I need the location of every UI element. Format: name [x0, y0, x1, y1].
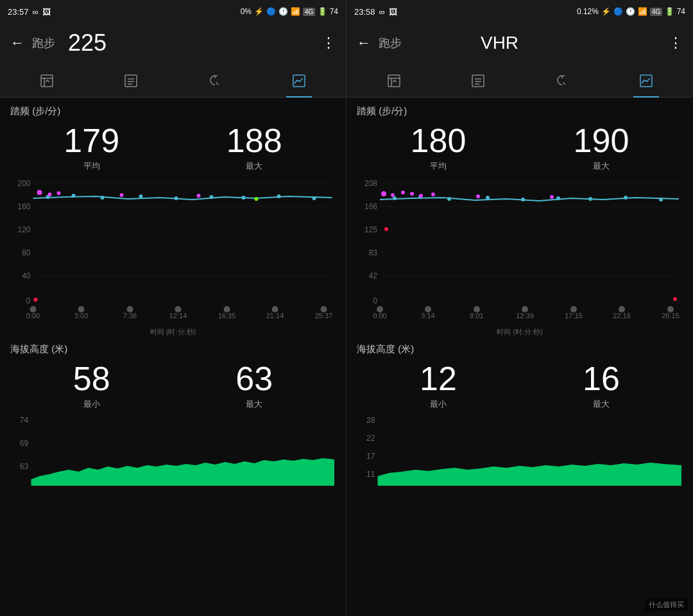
- svg-text:160: 160: [17, 202, 30, 211]
- svg-point-29: [72, 194, 76, 198]
- svg-text:0: 0: [26, 296, 31, 305]
- svg-point-89: [476, 194, 480, 198]
- svg-point-34: [242, 196, 246, 200]
- status-time-left: 23:57 ∞ 🖼: [8, 7, 51, 17]
- svg-text:83: 83: [369, 248, 378, 257]
- svg-marker-111: [378, 463, 681, 486]
- svg-point-82: [659, 198, 663, 201]
- cadence-chart-right: 208 166 125 83 42 0: [357, 178, 683, 322]
- svg-point-78: [521, 198, 525, 201]
- elevation-stats-right: 12 最小 16 最大: [357, 361, 683, 410]
- svg-text:80: 80: [22, 248, 31, 257]
- back-button-left[interactable]: ←: [10, 35, 24, 51]
- svg-point-90: [550, 195, 554, 199]
- tab-summary-right[interactable]: [381, 68, 407, 94]
- cadence-title-right: 踏频 (步/分): [357, 105, 683, 117]
- title-name-right: VHR: [481, 33, 518, 53]
- svg-point-38: [48, 193, 52, 196]
- tab-chart-left[interactable]: [286, 68, 312, 94]
- cadence-max-right: 190 最大: [574, 123, 629, 172]
- panel-left: 踏频 (步/分) 179 平均 188 最大 200 160 120 80 40…: [0, 98, 346, 616]
- svg-text:0:00: 0:00: [26, 312, 40, 320]
- svg-text:7:38: 7:38: [123, 312, 137, 320]
- tab-bar-left: [0, 64, 346, 97]
- svg-point-80: [588, 197, 592, 201]
- cadence-svg-right: 208 166 125 83 42 0: [357, 178, 683, 320]
- status-bar-right: 23:58 ∞ 🖼 0.12% ⚡ 🔵 🕐 📶 4G 🔋 74: [346, 0, 693, 23]
- svg-text:0:00: 0:00: [373, 312, 386, 320]
- cadence-avg-left: 179 平均: [64, 123, 119, 172]
- cadence-svg-left: 200 160 120 80 40 0: [10, 178, 336, 320]
- svg-point-92: [673, 297, 677, 301]
- svg-point-35: [277, 194, 281, 198]
- svg-text:17: 17: [366, 452, 375, 461]
- svg-point-84: [391, 193, 395, 197]
- tab-chart-right[interactable]: [633, 68, 659, 94]
- elevation-chart-left: 74 69 63: [10, 415, 336, 495]
- menu-button-right[interactable]: ⋮: [669, 35, 683, 51]
- svg-text:200: 200: [17, 179, 30, 188]
- svg-point-79: [556, 196, 560, 200]
- svg-point-87: [419, 194, 423, 198]
- svg-text:22:16: 22:16: [613, 312, 631, 320]
- tab-bar-right: [346, 64, 693, 97]
- status-icons-right: 0.12% ⚡ 🔵 🕐 📶 4G 🔋 74: [577, 7, 685, 16]
- svg-text:12:39: 12:39: [516, 312, 534, 320]
- svg-text:74: 74: [20, 416, 29, 425]
- svg-text:26:15: 26:15: [662, 312, 680, 320]
- tab-summary-left[interactable]: [34, 68, 60, 94]
- status-bar-left: 23:57 ∞ 🖼 0% ⚡ 🔵 🕐 📶 4G 🔋 74: [0, 0, 346, 23]
- title-label-right: 跑步: [379, 35, 402, 51]
- svg-point-41: [197, 194, 201, 198]
- cadence-avg-right: 180 平均: [411, 123, 466, 172]
- svg-text:25:37: 25:37: [315, 312, 333, 320]
- svg-point-85: [401, 191, 405, 194]
- tab-replay-right[interactable]: [549, 68, 575, 94]
- cadence-stats-right: 180 平均 190 最大: [357, 123, 683, 172]
- svg-text:3:03: 3:03: [74, 312, 88, 320]
- tab-list-left[interactable]: [118, 68, 144, 94]
- svg-point-40: [120, 193, 124, 197]
- svg-text:3:14: 3:14: [421, 312, 434, 320]
- svg-point-33: [210, 195, 214, 199]
- svg-point-43: [34, 298, 38, 302]
- svg-point-86: [410, 192, 414, 196]
- back-button-right[interactable]: ←: [357, 35, 371, 51]
- menu-button-left[interactable]: ⋮: [321, 35, 336, 51]
- svg-point-88: [431, 193, 435, 196]
- elevation-max-left: 63 最大: [235, 361, 273, 410]
- svg-text:40: 40: [22, 271, 31, 280]
- svg-text:63: 63: [20, 462, 29, 471]
- svg-text:16:35: 16:35: [218, 312, 236, 320]
- svg-point-81: [624, 196, 628, 200]
- tab-replay-left[interactable]: [202, 68, 228, 94]
- cadence-title-left: 踏频 (步/分): [10, 105, 336, 117]
- elevation-min-left: 58 最小: [73, 361, 110, 410]
- svg-point-77: [486, 196, 490, 200]
- svg-text:166: 166: [364, 202, 377, 211]
- svg-text:69: 69: [20, 439, 29, 448]
- status-icons-left: 0% ⚡ 🔵 🕐 📶 4G 🔋 74: [241, 7, 338, 16]
- elevation-stats-left: 58 最小 63 最大: [10, 361, 336, 410]
- svg-text:12:14: 12:14: [169, 312, 187, 320]
- svg-text:125: 125: [364, 225, 377, 234]
- svg-text:208: 208: [364, 179, 377, 188]
- cadence-x-title-left: 时间 (时:分:秒): [10, 327, 336, 337]
- elevation-min-right: 12 最小: [420, 361, 457, 410]
- svg-point-74: [393, 196, 397, 200]
- tab-list-right[interactable]: [465, 68, 491, 94]
- svg-point-83: [381, 191, 386, 196]
- svg-rect-11: [472, 75, 484, 87]
- cadence-chart-left: 200 160 120 80 40 0: [10, 178, 336, 322]
- svg-rect-3: [125, 75, 137, 87]
- panel-right: 踏频 (步/分) 180 平均 190 最大 208 166 125 83 42…: [346, 98, 693, 616]
- svg-point-31: [139, 194, 143, 198]
- svg-text:17:15: 17:15: [565, 312, 583, 320]
- svg-point-36: [312, 196, 316, 200]
- svg-point-37: [37, 190, 42, 195]
- watermark: 什么值得买: [645, 599, 688, 611]
- svg-point-42: [255, 197, 259, 201]
- svg-marker-61: [31, 458, 334, 486]
- svg-text:120: 120: [17, 225, 30, 234]
- title-bar-left: ← 跑步 225 ⋮: [0, 23, 346, 64]
